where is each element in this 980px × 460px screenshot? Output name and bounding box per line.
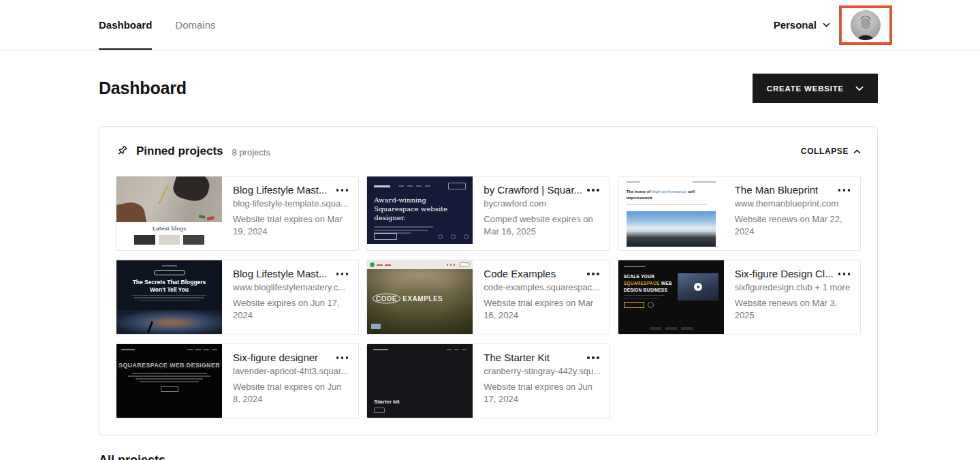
project-domain: cranberry-stingray-442y.squ...	[484, 366, 600, 376]
project-title: Six-figure designer	[233, 352, 318, 363]
project-menu-button[interactable]	[331, 352, 350, 363]
collapse-button[interactable]: COLLAPSE	[801, 147, 861, 156]
thumbnail-caption-line: DESIGN BUSINESS	[624, 287, 673, 294]
play-icon	[694, 283, 702, 291]
project-domain: www.themanblueprint.com	[735, 198, 851, 209]
project-card[interactable]: The home of high-performance self improv…	[618, 176, 861, 251]
project-card[interactable]: SCALE YOURSQUARESPACE WEBDESIGN BUSINESS…	[618, 260, 861, 335]
pinned-count: 8 projects	[232, 146, 270, 157]
project-status: Website expires on Jun 17, 2024	[233, 297, 349, 322]
thumbnail-caption: Latest blogs	[116, 226, 222, 232]
project-menu-button[interactable]	[582, 352, 601, 363]
account-menu-button[interactable]: Personal	[774, 19, 830, 31]
project-status: Website trial expires on Mar 16, 2024	[484, 297, 600, 322]
avatar-photo	[851, 10, 881, 40]
project-status: Website trial expires on Jun 17, 2024	[484, 381, 600, 405]
project-domain: lavender-apricot-4ht3.squar...	[233, 366, 349, 376]
project-thumbnail[interactable]: SQUARESPACE WEB DESIGNER	[116, 344, 222, 418]
nav-tabs: Dashboard Domains	[99, 0, 216, 50]
thumbnail-caption-line: SQUARESPACE WEB	[624, 280, 673, 287]
project-thumbnail[interactable]: Award-winning Squarespace website design…	[367, 177, 473, 250]
thumbnail-caption: CODE EXAMPLES	[373, 294, 443, 304]
project-menu-button[interactable]	[331, 184, 350, 196]
pinned-title: Pinned projects	[136, 144, 223, 158]
project-card[interactable]: Starter kitThe Starter Kitcranberry-stin…	[366, 343, 610, 418]
project-title: Blog Lifestyle Mast...	[233, 184, 327, 196]
project-thumbnail[interactable]: SCALE YOURSQUARESPACE WEBDESIGN BUSINESS	[618, 260, 724, 334]
pinned-projects-panel: Pinned projects 8 projects COLLAPSE Late…	[99, 126, 878, 435]
project-card[interactable]: SQUARESPACE WEB DESIGNERSix-figure desig…	[116, 343, 359, 418]
chevron-up-icon	[853, 149, 861, 154]
top-nav: Dashboard Domains Personal	[0, 0, 980, 50]
project-domain: sixfiguredesign.club + 1 more	[735, 282, 851, 292]
account-label: Personal	[774, 19, 817, 31]
thumbnail-art	[627, 211, 716, 247]
page-title: Dashboard	[99, 78, 187, 98]
avatar[interactable]	[851, 10, 881, 40]
project-menu-button[interactable]	[582, 268, 601, 279]
nav-right: Personal	[774, 5, 892, 45]
project-status: Website trial expires on Mar 19, 2024	[233, 213, 349, 238]
pinned-grid: Latest blogsBlog Lifestyle Mast...blog-l…	[116, 176, 861, 418]
project-thumbnail[interactable]: Starter kit	[367, 344, 473, 418]
create-website-button[interactable]: CREATE WEBSITE	[753, 74, 878, 103]
collapse-label: COLLAPSE	[801, 147, 849, 156]
tab-domains[interactable]: Domains	[175, 0, 215, 50]
project-card[interactable]: Award-winning Squarespace website design…	[366, 176, 610, 251]
project-thumbnail[interactable]: The Secrets That Bloggers Won't Tell You	[116, 260, 222, 334]
project-menu-button[interactable]	[582, 184, 601, 196]
project-title: Six-figure Design Cl...	[735, 268, 833, 279]
project-card[interactable]: Latest blogsBlog Lifestyle Mast...blog-l…	[116, 176, 359, 251]
thumbnail-caption: Award-winning Squarespace website design…	[374, 196, 458, 222]
video-thumbnail	[678, 273, 718, 301]
project-card[interactable]: The Secrets That Bloggers Won't Tell You…	[116, 260, 359, 335]
project-menu-button[interactable]	[833, 268, 852, 279]
pinned-panel-header: Pinned projects 8 projects COLLAPSE	[116, 144, 861, 158]
project-status: Website renews on Mar 22, 2024	[735, 213, 851, 238]
project-title: The Starter Kit	[484, 352, 550, 363]
thumbnail-caption: SQUARESPACE WEB DESIGNER	[116, 362, 222, 369]
project-domain: code-examples.squarespac...	[484, 282, 600, 292]
project-thumbnail[interactable]: CODE EXAMPLES	[367, 260, 473, 334]
thumbnail-caption: The Secrets That Bloggers Won't Tell You	[125, 279, 213, 294]
project-status: Website renews on Mar 3, 2025	[735, 297, 851, 322]
pin-icon	[116, 144, 129, 158]
page-header: Dashboard CREATE WEBSITE	[99, 74, 878, 103]
all-projects-heading: All projects	[99, 453, 980, 460]
create-website-label: CREATE WEBSITE	[767, 85, 844, 93]
project-card[interactable]: CODE EXAMPLESCode Examplescode-examples.…	[366, 260, 610, 335]
project-menu-button[interactable]	[833, 184, 852, 196]
thumbnail-caption: Starter kit	[374, 399, 399, 405]
project-domain: www.bloglifestylemastery.c...	[233, 282, 349, 292]
thumbnail-art	[116, 310, 222, 334]
click-highlight	[839, 5, 892, 45]
tab-dashboard[interactable]: Dashboard	[99, 0, 152, 50]
check-icon	[370, 262, 375, 267]
project-status: Comped website expires on Mar 16, 2025	[484, 213, 600, 238]
chevron-down-icon	[855, 86, 864, 91]
thumbnail-caption-line: SCALE YOUR	[624, 273, 673, 280]
project-title: Blog Lifestyle Mast...	[233, 268, 327, 279]
project-status: Website trial expires on Jun 8, 2024	[233, 381, 349, 405]
thumbnail-caption: The home of high-performance self improv…	[627, 189, 701, 200]
chevron-down-icon	[823, 22, 830, 27]
project-domain: blog-lifestyle-template.squa...	[233, 198, 349, 209]
project-domain: bycrawford.com	[484, 198, 600, 209]
project-title: by Crawford | Squar...	[484, 184, 582, 196]
project-title: Code Examples	[484, 268, 556, 279]
project-title: The Man Blueprint	[735, 184, 819, 196]
thumbnail-art	[116, 177, 222, 222]
project-thumbnail[interactable]: The home of high-performance self improv…	[618, 177, 724, 250]
project-thumbnail[interactable]: Latest blogs	[116, 177, 222, 250]
project-menu-button[interactable]	[331, 268, 350, 279]
